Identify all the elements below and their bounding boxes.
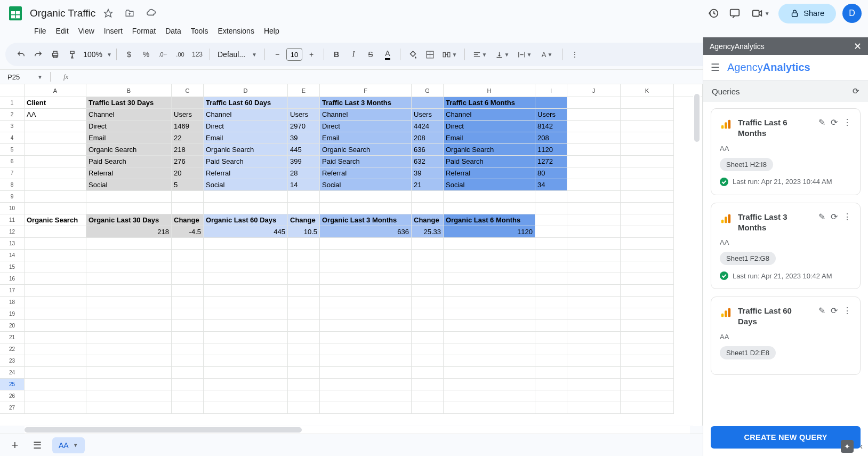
all-sheets-button[interactable]: ☰	[30, 438, 45, 453]
menu-file[interactable]: File	[30, 25, 51, 37]
row-header[interactable]: 18	[0, 297, 25, 308]
cloud-status-icon[interactable]	[143, 6, 158, 21]
cell[interactable]	[444, 367, 535, 379]
cell[interactable]: Direct	[204, 121, 288, 132]
col-header[interactable]: B	[86, 84, 172, 97]
name-box[interactable]: P25▼	[5, 72, 45, 82]
cell[interactable]	[288, 390, 320, 402]
cell[interactable]	[412, 355, 444, 367]
cell[interactable]	[567, 179, 621, 191]
cell[interactable]	[412, 250, 444, 261]
cell[interactable]: Users	[535, 109, 567, 121]
row-header[interactable]: 12	[0, 226, 25, 238]
cell[interactable]	[567, 214, 621, 226]
cell[interactable]	[412, 297, 444, 308]
cell[interactable]: Organic Search	[320, 144, 412, 156]
refresh-icon[interactable]: ⟳	[831, 306, 838, 316]
cell[interactable]	[288, 97, 320, 109]
cell[interactable]	[621, 320, 674, 332]
cell[interactable]	[412, 203, 444, 214]
cell[interactable]: 10.5	[288, 226, 320, 238]
cell[interactable]	[444, 261, 535, 273]
cell[interactable]: 80	[535, 167, 567, 179]
cell[interactable]	[535, 367, 567, 379]
cell[interactable]	[621, 156, 674, 167]
hamburger-icon[interactable]: ☰	[711, 61, 720, 74]
cell[interactable]	[86, 261, 172, 273]
menu-help[interactable]: Help	[260, 25, 284, 37]
cell[interactable]	[567, 226, 621, 238]
cell[interactable]	[535, 343, 567, 355]
cell[interactable]	[172, 285, 204, 297]
redo-button[interactable]	[30, 46, 46, 62]
zoom-select[interactable]: 100%▼	[81, 46, 112, 62]
cell[interactable]	[86, 250, 172, 261]
cell[interactable]	[204, 320, 288, 332]
cell[interactable]	[621, 226, 674, 238]
row-header[interactable]: 16	[0, 273, 25, 285]
account-avatar[interactable]: D	[842, 4, 862, 23]
cell[interactable]	[412, 402, 444, 414]
cell[interactable]	[86, 285, 172, 297]
cell[interactable]	[172, 250, 204, 261]
print-button[interactable]	[47, 46, 63, 62]
cell[interactable]	[412, 238, 444, 250]
cell[interactable]	[204, 203, 288, 214]
cell[interactable]: 1272	[535, 156, 567, 167]
cell[interactable]	[412, 261, 444, 273]
cell[interactable]	[320, 191, 412, 203]
cell[interactable]	[320, 285, 412, 297]
cell[interactable]: 636	[412, 144, 444, 156]
cell[interactable]	[621, 402, 674, 414]
refresh-all-icon[interactable]: ⟳	[853, 86, 859, 96]
cell[interactable]	[25, 167, 86, 179]
cell[interactable]	[621, 109, 674, 121]
cell[interactable]	[288, 343, 320, 355]
cell[interactable]: Change	[412, 214, 444, 226]
cell[interactable]: 21	[412, 179, 444, 191]
row-header[interactable]: 5	[0, 144, 25, 156]
row-header[interactable]: 9	[0, 191, 25, 203]
cell[interactable]	[172, 355, 204, 367]
explore-icon[interactable]: ✦	[841, 440, 854, 453]
vertical-scrollbar[interactable]	[693, 94, 701, 426]
cell[interactable]	[25, 132, 86, 144]
cell[interactable]	[320, 261, 412, 273]
share-button[interactable]: Share	[778, 4, 836, 23]
row-header[interactable]: 21	[0, 332, 25, 343]
cell[interactable]	[621, 367, 674, 379]
cell[interactable]	[204, 250, 288, 261]
cell[interactable]	[621, 343, 674, 355]
cell[interactable]	[25, 203, 86, 214]
cell[interactable]	[288, 367, 320, 379]
wrap-button[interactable]: ▼	[514, 46, 535, 62]
cell[interactable]	[25, 367, 86, 379]
fill-color-button[interactable]	[405, 46, 421, 62]
cell[interactable]	[25, 144, 86, 156]
cell[interactable]	[172, 367, 204, 379]
cell[interactable]	[567, 332, 621, 343]
cell[interactable]	[204, 297, 288, 308]
cell[interactable]	[25, 402, 86, 414]
cell[interactable]	[567, 238, 621, 250]
cell[interactable]	[172, 191, 204, 203]
cell[interactable]: 218	[86, 226, 172, 238]
cell[interactable]	[567, 297, 621, 308]
cell[interactable]: Referral	[320, 167, 412, 179]
cell[interactable]: Direct	[444, 121, 535, 132]
query-card[interactable]: Traffic Last 60 Days✎⟳⋮AASheet1 D2:E8	[711, 297, 861, 375]
cell[interactable]: Email	[204, 132, 288, 144]
cell[interactable]	[25, 297, 86, 308]
menu-extensions[interactable]: Extensions	[213, 25, 258, 37]
cell[interactable]	[86, 238, 172, 250]
cell[interactable]: 445	[204, 226, 288, 238]
cell[interactable]	[621, 179, 674, 191]
font-size-input[interactable]	[286, 48, 302, 61]
cell[interactable]	[172, 308, 204, 320]
menu-edit[interactable]: Edit	[52, 25, 73, 37]
cell[interactable]	[444, 402, 535, 414]
cell[interactable]: Users	[288, 109, 320, 121]
cell[interactable]	[204, 332, 288, 343]
cell[interactable]	[444, 355, 535, 367]
edit-icon[interactable]: ✎	[818, 212, 825, 222]
